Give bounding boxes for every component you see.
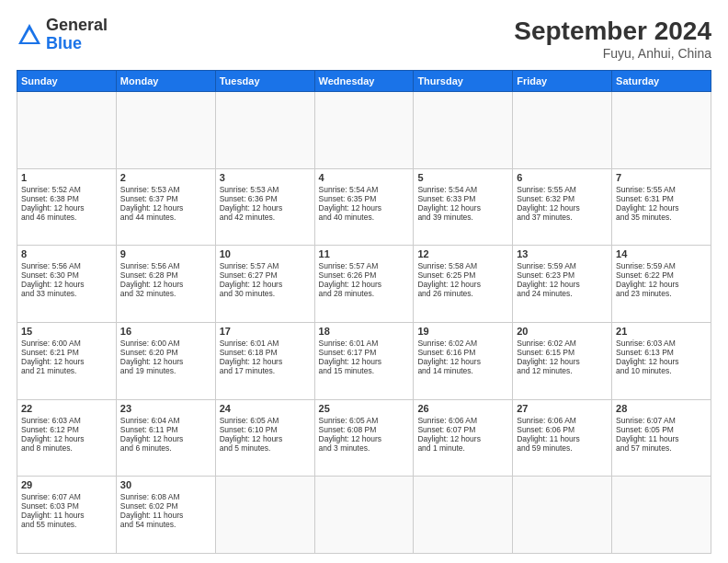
calendar-week-2: 8Sunrise: 5:56 AMSunset: 6:30 PMDaylight… (17, 246, 711, 323)
day-info: Sunset: 6:07 PM (417, 425, 508, 434)
day-info: Daylight: 12 hours (220, 203, 311, 213)
day-info: and 5 minutes. (220, 443, 311, 453)
logo-icon (17, 22, 42, 48)
logo: General Blue (17, 17, 108, 53)
calendar-cell: 8Sunrise: 5:56 AMSunset: 6:30 PMDaylight… (17, 246, 117, 323)
calendar-cell: 4Sunrise: 5:54 AMSunset: 6:35 PMDaylight… (314, 168, 414, 246)
day-info: Daylight: 12 hours (417, 434, 508, 443)
calendar-cell: 25Sunrise: 6:05 AMSunset: 6:08 PMDayligh… (314, 399, 414, 477)
calendar-week-4: 22Sunrise: 6:03 AMSunset: 6:12 PMDayligh… (17, 399, 711, 477)
day-number: 1 (21, 172, 112, 183)
day-info: Sunset: 6:13 PM (616, 348, 707, 357)
calendar-cell (513, 92, 612, 169)
day-info: Daylight: 12 hours (319, 434, 410, 443)
calendar-cell (215, 92, 314, 169)
day-info: Daylight: 12 hours (616, 280, 707, 289)
calendar-cell (314, 92, 414, 169)
calendar-cell: 3Sunrise: 5:53 AMSunset: 6:36 PMDaylight… (215, 168, 314, 246)
day-info: and 12 minutes. (517, 366, 608, 375)
calendar-cell: 22Sunrise: 6:03 AMSunset: 6:12 PMDayligh… (17, 399, 117, 477)
day-info: Daylight: 12 hours (417, 357, 508, 366)
day-info: Sunrise: 5:56 AM (120, 261, 211, 270)
day-info: and 30 minutes. (220, 289, 311, 298)
calendar-cell: 26Sunrise: 6:06 AMSunset: 6:07 PMDayligh… (414, 399, 513, 477)
day-info: Sunrise: 6:06 AM (517, 416, 608, 425)
calendar-cell: 18Sunrise: 6:01 AMSunset: 6:17 PMDayligh… (314, 322, 414, 399)
calendar-week-5: 29Sunrise: 6:07 AMSunset: 6:03 PMDayligh… (17, 477, 711, 554)
page: General Blue September 2024 Fuyu, Anhui,… (0, 0, 728, 563)
col-header-tuesday: Tuesday (215, 71, 314, 92)
calendar-cell: 9Sunrise: 5:56 AMSunset: 6:28 PMDaylight… (116, 246, 215, 323)
day-info: Sunset: 6:06 PM (517, 425, 608, 434)
day-info: Daylight: 11 hours (120, 511, 211, 520)
logo-blue: Blue (46, 34, 82, 52)
day-info: Sunrise: 5:59 AM (517, 261, 608, 270)
day-number: 8 (21, 248, 112, 259)
day-info: and 24 minutes. (517, 289, 608, 298)
month-title: September 2024 (514, 17, 711, 46)
col-header-thursday: Thursday (414, 71, 513, 92)
day-info: Sunrise: 5:55 AM (517, 185, 608, 194)
day-info: Daylight: 12 hours (120, 434, 211, 443)
day-number: 5 (417, 172, 508, 183)
col-header-wednesday: Wednesday (314, 71, 414, 92)
calendar-cell: 19Sunrise: 6:02 AMSunset: 6:16 PMDayligh… (414, 322, 513, 399)
calendar-week-1: 1Sunrise: 5:52 AMSunset: 6:38 PMDaylight… (17, 168, 711, 246)
title-block: September 2024 Fuyu, Anhui, China (514, 17, 711, 61)
day-number: 25 (319, 403, 410, 414)
day-info: Sunset: 6:18 PM (220, 348, 311, 357)
calendar-cell: 23Sunrise: 6:04 AMSunset: 6:11 PMDayligh… (116, 399, 215, 477)
day-info: Sunset: 6:37 PM (120, 194, 211, 203)
day-info: and 35 minutes. (616, 213, 707, 222)
day-info: Daylight: 12 hours (220, 357, 311, 366)
calendar-cell: 5Sunrise: 5:54 AMSunset: 6:33 PMDaylight… (414, 168, 513, 246)
day-info: and 44 minutes. (120, 213, 211, 222)
day-info: and 32 minutes. (120, 289, 211, 298)
calendar-cell: 30Sunrise: 6:08 AMSunset: 6:02 PMDayligh… (116, 477, 215, 554)
calendar-cell: 15Sunrise: 6:00 AMSunset: 6:21 PMDayligh… (17, 322, 117, 399)
day-info: Sunrise: 5:59 AM (616, 261, 707, 270)
calendar-cell: 29Sunrise: 6:07 AMSunset: 6:03 PMDayligh… (17, 477, 117, 554)
day-info: and 39 minutes. (417, 213, 508, 222)
calendar-cell (314, 477, 414, 554)
calendar-cell (17, 92, 117, 169)
day-info: Daylight: 11 hours (517, 434, 608, 443)
day-info: and 10 minutes. (616, 366, 707, 375)
day-number: 15 (21, 326, 112, 337)
day-number: 10 (220, 248, 311, 259)
day-number: 18 (319, 326, 410, 337)
col-header-saturday: Saturday (612, 71, 711, 92)
day-info: and 55 minutes. (21, 520, 112, 529)
calendar-cell: 10Sunrise: 5:57 AMSunset: 6:27 PMDayligh… (215, 246, 314, 323)
day-info: Sunrise: 5:58 AM (417, 261, 508, 270)
logo-text: General Blue (46, 17, 108, 53)
day-number: 2 (120, 172, 211, 183)
day-info: Daylight: 12 hours (21, 280, 112, 289)
day-number: 17 (220, 326, 311, 337)
day-info: Daylight: 12 hours (517, 203, 608, 213)
day-info: Daylight: 12 hours (220, 280, 311, 289)
day-info: Sunset: 6:28 PM (120, 270, 211, 280)
calendar-cell (215, 477, 314, 554)
calendar-week-0 (17, 92, 711, 169)
day-info: Sunrise: 5:55 AM (616, 185, 707, 194)
day-number: 24 (220, 403, 311, 414)
day-info: Sunrise: 6:01 AM (220, 339, 311, 348)
day-info: Sunrise: 6:02 AM (417, 339, 508, 348)
day-info: and 21 minutes. (21, 366, 112, 375)
day-info: Sunset: 6:16 PM (417, 348, 508, 357)
day-info: Sunset: 6:22 PM (616, 270, 707, 280)
day-info: and 3 minutes. (319, 443, 410, 453)
day-info: Sunset: 6:23 PM (517, 270, 608, 280)
day-info: Daylight: 12 hours (120, 203, 211, 213)
day-info: Sunrise: 6:05 AM (319, 416, 410, 425)
day-info: Sunset: 6:21 PM (21, 348, 112, 357)
day-info: Sunrise: 6:07 AM (616, 416, 707, 425)
day-number: 22 (21, 403, 112, 414)
day-info: Daylight: 12 hours (319, 357, 410, 366)
calendar-cell: 12Sunrise: 5:58 AMSunset: 6:25 PMDayligh… (414, 246, 513, 323)
day-number: 12 (417, 248, 508, 259)
day-number: 13 (517, 248, 608, 259)
day-info: and 37 minutes. (517, 213, 608, 222)
day-info: Sunrise: 5:53 AM (220, 185, 311, 194)
